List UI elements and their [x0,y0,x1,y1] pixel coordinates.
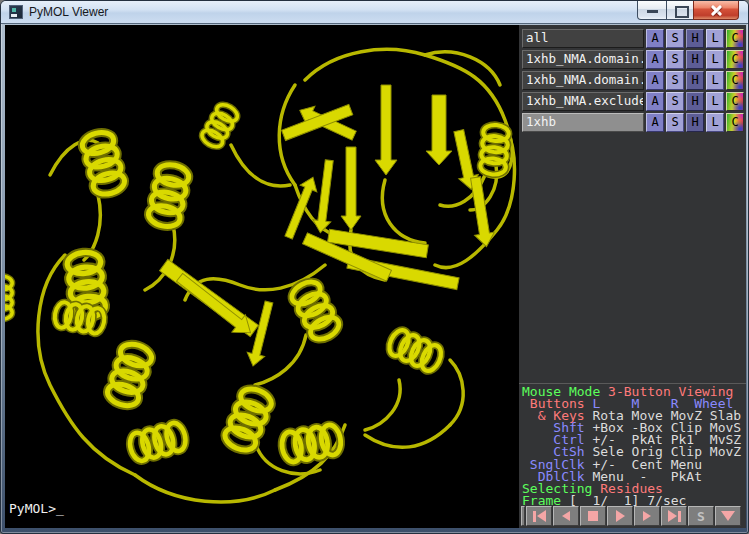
playback-sliver [521,506,525,526]
object-row: 1xhbASHLC [522,113,744,132]
playback-step-forward-button[interactable] [634,506,660,526]
object-name[interactable]: 1xhb [522,113,644,132]
object-button-s[interactable]: S [666,92,684,111]
command-prompt[interactable]: PyMOL>_ [9,501,64,516]
object-button-h[interactable]: H [686,113,704,132]
play-icon [616,510,625,522]
object-button-a[interactable]: A [646,29,664,48]
object-name[interactable]: 1xhb_NMA.domain. [522,50,644,69]
object-row: allASHLC [522,29,744,48]
window-title: PyMOL Viewer [29,1,108,23]
object-name[interactable]: 1xhb_NMA.exclude [522,92,644,111]
object-button-c[interactable]: C [726,71,744,90]
pymol-window: PyMOL Viewer [0,0,749,534]
object-button-a[interactable]: A [646,113,664,132]
object-button-s[interactable]: S [666,71,684,90]
control-panel: allASHLC1xhb_NMA.domain.ASHLC1xhb_NMA.do… [519,25,746,528]
object-button-h[interactable]: H [686,50,704,69]
object-name[interactable]: all [522,29,644,48]
object-button-a[interactable]: A [646,50,664,69]
object-row: 1xhb_NMA.excludeASHLC [522,92,744,111]
protein-cartoon [5,25,519,528]
object-row: 1xhb_NMA.domain.ASHLC [522,50,744,69]
object-button-l[interactable]: L [706,50,724,69]
s-label: S [697,509,705,524]
object-button-s[interactable]: S [666,50,684,69]
object-row: 1xhb_NMA.domain.ASHLC [522,71,744,90]
skip-end-icon [668,510,677,522]
playback-step-back-button[interactable] [553,506,579,526]
object-button-l[interactable]: L [706,113,724,132]
skip-start-icon [537,510,546,522]
object-button-l[interactable]: L [706,71,724,90]
object-button-s[interactable]: S [666,113,684,132]
object-button-l[interactable]: L [706,29,724,48]
object-button-l[interactable]: L [706,92,724,111]
object-name[interactable]: 1xhb_NMA.domain. [522,71,644,90]
object-button-c[interactable]: C [726,50,744,69]
menu-icon [721,511,735,521]
skip-start-icon [533,511,536,522]
object-button-s[interactable]: S [666,29,684,48]
mouse-panel-lines: Mouse Mode 3-Button Viewing Buttons L M … [519,383,746,507]
playback-stop-button[interactable] [580,506,606,526]
playback-skip-end-button[interactable] [661,506,687,526]
object-button-a[interactable]: A [646,92,664,111]
maximize-button[interactable] [666,1,694,20]
object-button-h[interactable]: H [686,29,704,48]
playback-play-button[interactable] [607,506,633,526]
viewport-3d[interactable]: PyMOL>_ [5,25,519,528]
close-button[interactable] [693,1,739,20]
playback-bar: S [521,506,741,526]
app-icon [9,5,23,19]
window-controls [638,1,739,20]
skip-end-icon [678,511,681,522]
object-button-c[interactable]: C [726,113,744,132]
step-back-icon [562,511,570,521]
object-button-c[interactable]: C [726,29,744,48]
playback-s-button-button[interactable]: S [688,506,714,526]
step-forward-icon [643,511,651,521]
playback-menu-button[interactable] [715,506,741,526]
object-button-h[interactable]: H [686,92,704,111]
object-rows: allASHLC1xhb_NMA.domain.ASHLC1xhb_NMA.do… [522,29,744,134]
stop-icon [588,511,598,521]
title-bar[interactable]: PyMOL Viewer [1,1,748,24]
playback-skip-start-button[interactable] [526,506,552,526]
object-button-a[interactable]: A [646,71,664,90]
object-button-h[interactable]: H [686,71,704,90]
minimize-button[interactable] [637,1,667,20]
object-button-c[interactable]: C [726,92,744,111]
